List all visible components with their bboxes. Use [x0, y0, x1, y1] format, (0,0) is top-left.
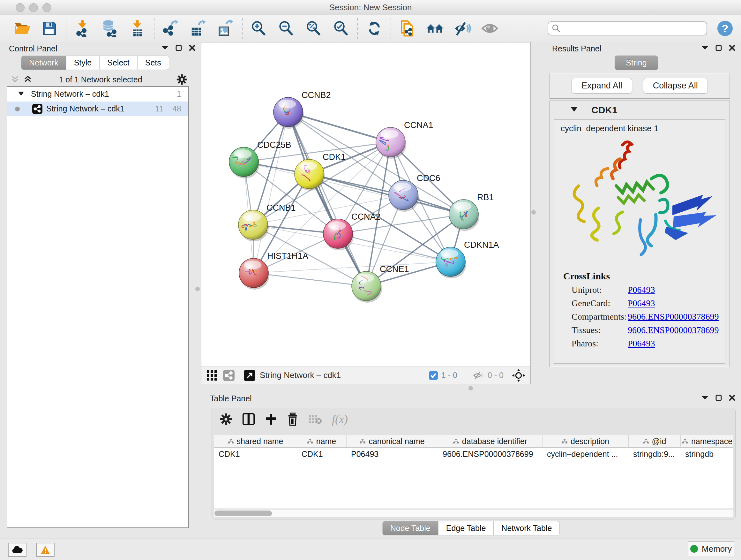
column-header-namespace[interactable]: namespace	[681, 435, 733, 447]
crosslink-link[interactable]: 9606.ENSP00000378699	[628, 312, 719, 322]
vertical-splitter-handle[interactable]	[195, 287, 200, 291]
table-cell[interactable]: CDK1	[214, 448, 297, 460]
save-session-button[interactable]	[36, 17, 63, 40]
node-table: shared namenamecanonical namedatabase id…	[214, 435, 733, 509]
column-header-shared-name[interactable]: shared name	[214, 435, 297, 447]
crosslink-link[interactable]: P06493	[628, 298, 655, 308]
create-column-plus-icon[interactable]	[265, 413, 277, 425]
zoom-fit-button[interactable]	[300, 17, 327, 40]
column-header-description[interactable]: description	[542, 435, 629, 447]
network-node-RB1[interactable]: RB1	[449, 192, 494, 231]
table-options-gear-icon[interactable]	[219, 413, 232, 426]
open-session-button[interactable]	[8, 17, 36, 40]
tree-expand-icon[interactable]	[18, 91, 24, 96]
show-all-button[interactable]	[476, 17, 503, 40]
scrollbar-thumb[interactable]	[214, 510, 272, 516]
protein-card-header[interactable]: CDK1	[550, 101, 730, 119]
node-label: CDKN1A	[464, 240, 499, 250]
panel-float-icon[interactable]	[716, 45, 722, 51]
tab-sets[interactable]: Sets	[138, 56, 169, 70]
column-header-@id[interactable]: @id	[629, 435, 681, 447]
zoom-out-button[interactable]	[273, 17, 300, 40]
network-edge[interactable]	[309, 174, 464, 214]
table-cell[interactable]: P06493	[347, 448, 438, 460]
export-network-button[interactable]	[157, 17, 185, 40]
import-network-from-database-button[interactable]	[96, 17, 124, 40]
panel-menu-icon[interactable]	[701, 46, 709, 50]
table-cell[interactable]: stringdb	[681, 448, 733, 460]
memory-button[interactable]: Memory	[688, 542, 734, 556]
search-input[interactable]	[561, 23, 703, 33]
panel-close-icon[interactable]	[189, 45, 195, 51]
export-table-button[interactable]	[185, 17, 212, 40]
network-node-CCNE1[interactable]: CCNE1	[352, 264, 409, 303]
network-node-CCNB1[interactable]: CCNB1	[239, 203, 296, 241]
cloud-button[interactable]	[8, 543, 26, 557]
apply-layout-button[interactable]	[360, 17, 388, 40]
network-collection-row[interactable]: String Network – cdk1 1	[7, 87, 188, 102]
table-cell[interactable]: cyclin–dependent ...	[542, 448, 629, 460]
crosslink-link[interactable]: P06493	[628, 285, 655, 295]
show-columns-icon[interactable]	[242, 413, 255, 426]
export-image-button[interactable]	[212, 17, 239, 40]
crosslink-link[interactable]: P06493	[628, 338, 655, 349]
tab-node-table[interactable]: Node Table	[382, 521, 439, 536]
import-network-button[interactable]	[69, 17, 96, 40]
panel-float-icon[interactable]	[716, 395, 722, 401]
network-label: String Network – cdk1	[46, 104, 125, 113]
help-button[interactable]: ?	[718, 21, 733, 36]
network-node-CDKN1A[interactable]: CDKN1A	[436, 240, 499, 278]
table-cell[interactable]: stringdb:9...	[629, 448, 681, 460]
tab-string[interactable]: String	[615, 56, 658, 70]
first-neighbors-button[interactable]	[421, 17, 449, 40]
pan-crosshair-icon[interactable]	[512, 369, 525, 382]
table-cell[interactable]: CDK1	[297, 448, 347, 460]
column-header-name[interactable]: name	[297, 435, 347, 447]
network-node-CCNA1[interactable]: CCNA1	[376, 120, 433, 159]
network-options-gear-icon[interactable]	[176, 74, 188, 85]
horizontal-splitter-handle[interactable]	[468, 386, 473, 390]
network-canvas[interactable]: CCNB2CCNA1CDC25BCDK1CDC6RB1CCNB1CCNA2CDK…	[201, 42, 531, 384]
delete-table-icon[interactable]	[308, 414, 322, 425]
tab-network[interactable]: Network	[21, 56, 66, 70]
network-node-CDK1[interactable]: CDK1	[294, 152, 346, 191]
birds-eye-view-icon[interactable]	[206, 370, 217, 381]
import-table-button[interactable]	[124, 17, 151, 40]
detach-view-icon[interactable]	[244, 370, 255, 381]
hidden-eye-icon[interactable]	[473, 371, 484, 380]
network-edge[interactable]	[254, 262, 451, 273]
zoom-selected-button[interactable]	[327, 17, 355, 40]
table-horizontal-scrollbar[interactable]	[214, 509, 733, 517]
network-edge[interactable]	[254, 112, 288, 273]
tab-network-table[interactable]: Network Table	[494, 521, 560, 536]
zoom-in-button[interactable]	[245, 17, 273, 40]
network-edge[interactable]	[254, 273, 366, 286]
tab-edge-table[interactable]: Edge Table	[439, 521, 494, 536]
tab-select[interactable]: Select	[99, 56, 137, 70]
column-header-database-identifier[interactable]: database identifier	[438, 435, 542, 447]
collapse-all-button[interactable]: Collapse All	[643, 78, 708, 94]
panel-close-icon[interactable]	[729, 45, 735, 51]
panel-menu-icon[interactable]	[161, 46, 169, 50]
network-row-selected[interactable]: String Network – cdk1 11 48	[7, 102, 188, 116]
panel-float-icon[interactable]	[176, 45, 182, 51]
table-cell[interactable]: 9606.ENSP00000378699	[438, 448, 542, 460]
collapse-section-icon[interactable]	[571, 107, 577, 112]
column-header-canonical-name[interactable]: canonical name	[347, 435, 438, 447]
crosslink-link[interactable]: 9606.ENSP00000378699	[628, 325, 719, 335]
table-row[interactable]: CDK1CDK1P064939606.ENSP00000378699cyclin…	[214, 448, 733, 460]
hide-selected-button[interactable]	[449, 17, 476, 40]
duplicate-network-button[interactable]	[394, 17, 421, 40]
network-svg[interactable]: CCNB2CCNA1CDC25BCDK1CDC6RB1CCNB1CCNA2CDK…	[201, 43, 530, 367]
panel-menu-icon[interactable]	[701, 395, 709, 400]
expand-all-button[interactable]: Expand All	[571, 78, 632, 94]
function-builder-button[interactable]: f(x)	[332, 413, 348, 426]
network-node-CCNB2[interactable]: CCNB2	[273, 90, 331, 129]
network-overview-icon[interactable]	[223, 370, 234, 381]
warnings-button[interactable]	[36, 543, 55, 557]
tab-style[interactable]: Style	[66, 56, 100, 70]
vertical-splitter-handle[interactable]	[531, 210, 536, 214]
panel-close-icon[interactable]	[729, 395, 735, 401]
selected-checkbox-icon[interactable]	[428, 371, 438, 380]
delete-column-trash-icon[interactable]	[286, 413, 299, 426]
